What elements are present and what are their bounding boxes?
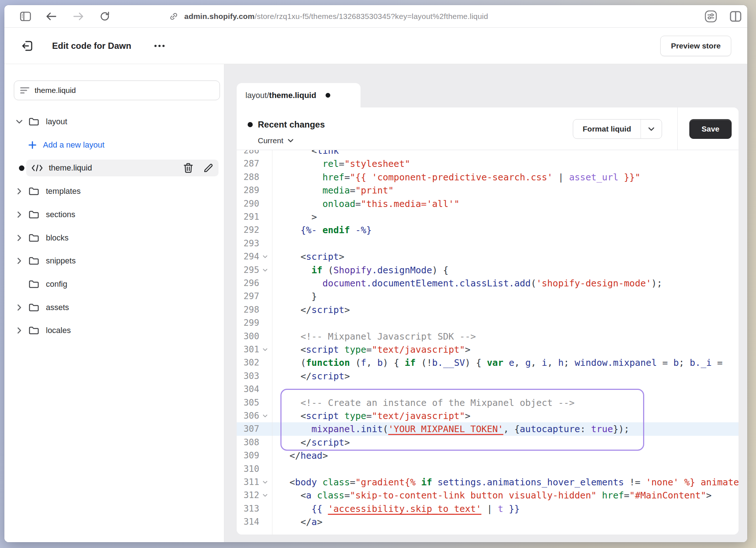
browser-toolbar: admin.shopify.com/store/rzq1xu-f5/themes… <box>4 5 747 28</box>
line-number: 291 <box>237 210 259 224</box>
sidebar-item-templates[interactable]: templates <box>4 183 224 200</box>
code-line-311[interactable]: <body class="gradient{% if settings.anim… <box>279 475 739 489</box>
version-dropdown-value: Current <box>258 136 283 145</box>
code-line-291[interactable]: > <box>279 210 317 224</box>
line-number: 309 <box>237 449 259 462</box>
code-line-305[interactable]: <!-- Create an instance of the Mixpanel … <box>279 396 575 410</box>
chevron-right-icon[interactable] <box>14 211 25 218</box>
code-line-294[interactable]: <script> <box>279 250 344 263</box>
fold-chevron-icon[interactable] <box>261 409 269 423</box>
fold-chevron-icon[interactable] <box>261 263 269 277</box>
code-line-300[interactable]: <!-- Mixpanel Javascript SDK --> <box>279 330 476 343</box>
sidebar-item-layout[interactable]: layout <box>4 113 224 130</box>
plus-icon <box>28 141 36 149</box>
line-number: 294 <box>237 250 259 263</box>
code-line-301[interactable]: <script type="text/javascript"> <box>279 343 470 356</box>
back-button[interactable] <box>44 9 58 24</box>
chevron-right-icon[interactable] <box>14 235 25 241</box>
code-line-303[interactable]: </script> <box>279 369 350 383</box>
chevron-right-icon[interactable] <box>14 258 25 264</box>
version-dropdown[interactable]: Current <box>258 136 294 145</box>
code-line-288[interactable]: href="{{ 'component-predictive-search.cs… <box>279 171 640 184</box>
code-line-296[interactable]: document.documentElement.classList.add('… <box>279 277 662 290</box>
line-number: 299 <box>237 316 259 330</box>
code-file-icon <box>31 164 43 172</box>
fold-chevron-icon[interactable] <box>261 489 269 502</box>
exit-icon[interactable] <box>19 38 36 54</box>
link-icon <box>169 12 178 21</box>
code-line-287[interactable]: rel="stylesheet" <box>279 157 410 171</box>
recent-changes-label: Recent changes <box>258 120 325 130</box>
chevron-right-icon <box>17 188 21 195</box>
chevron-down-icon[interactable] <box>14 120 25 124</box>
sidebar-toggle-icon[interactable] <box>18 9 33 24</box>
sidebar-item-label: locales <box>46 326 71 335</box>
search-input[interactable] <box>35 86 214 95</box>
folder-icon <box>28 187 39 196</box>
gutter-separator <box>272 150 272 535</box>
code-area[interactable]: 286 <link287 rel="stylesheet"288 href="{… <box>237 150 739 535</box>
sidebar-action-label: Add a new layout <box>43 140 105 150</box>
save-button[interactable]: Save <box>689 119 732 139</box>
plus-icon <box>28 141 36 149</box>
format-liquid-button[interactable]: Format liquid <box>573 119 662 139</box>
file-search[interactable] <box>14 81 220 100</box>
fold-chevron-icon[interactable] <box>261 343 269 356</box>
fold-chevron-icon[interactable] <box>261 250 269 263</box>
fold-chevron-icon[interactable] <box>261 475 269 489</box>
sidebar-item-config[interactable]: config <box>4 276 224 293</box>
line-number: 314 <box>237 515 259 529</box>
chevron-right-icon[interactable] <box>14 304 25 311</box>
code-line-309[interactable]: </head> <box>279 449 328 462</box>
sidebar-item-assets[interactable]: assets <box>4 299 224 316</box>
line-number: 307 <box>237 422 259 436</box>
code-line-313[interactable]: {{ 'accessibility.skip_to_text' | t }} <box>279 502 520 516</box>
fold-chevron-icon <box>263 348 268 351</box>
chevron-right-icon[interactable] <box>14 188 25 195</box>
line-number: 312 <box>237 489 259 502</box>
page-settings-icon[interactable] <box>704 9 718 24</box>
code-file-icon <box>31 164 43 172</box>
chevron-down-icon <box>16 120 23 124</box>
code-line-314[interactable]: </a> <box>279 515 322 529</box>
sidebar-item-theme-liquid[interactable]: theme.liquid <box>4 160 224 176</box>
code-line-297[interactable]: } <box>279 290 317 303</box>
fold-chevron-icon <box>263 494 268 497</box>
code-line-307[interactable]: mixpanel.init('YOUR_MIXPANEL_TOKEN', {au… <box>279 422 629 436</box>
sidebar-add-layout[interactable]: Add a new layout <box>4 137 224 153</box>
folder-icon <box>28 279 39 289</box>
code-line-306[interactable]: <script type="text/javascript"> <box>279 409 470 423</box>
rename-file-button[interactable] <box>203 163 213 173</box>
overflow-menu-icon[interactable] <box>151 40 168 51</box>
editor-panel-header: Recent changes Current Format liquid Sav… <box>237 107 739 150</box>
forward-button[interactable] <box>71 9 86 24</box>
split-view-icon[interactable] <box>728 9 743 24</box>
format-options-caret[interactable] <box>641 120 662 138</box>
format-liquid-label[interactable]: Format liquid <box>573 120 641 138</box>
sidebar-item-locales[interactable]: locales <box>4 322 224 339</box>
reload-button[interactable] <box>98 9 112 24</box>
chevron-right-icon <box>17 304 21 311</box>
code-line-298[interactable]: </script> <box>279 303 350 317</box>
code-line-286[interactable]: <link <box>279 150 339 157</box>
code-line-290[interactable]: onload="this.media='all'" <box>279 197 460 211</box>
code-line-302[interactable]: (function (f, b) { if (!b.__SV) { var e,… <box>279 356 722 369</box>
delete-file-button[interactable] <box>184 163 193 173</box>
code-line-295[interactable]: if (Shopify.designMode) { <box>279 263 449 277</box>
preview-store-button[interactable]: Preview store <box>660 36 731 56</box>
code-line-292[interactable]: {%- endif -%} <box>279 223 372 237</box>
sidebar-item-sections[interactable]: sections <box>4 206 224 223</box>
code-line-312[interactable]: <a class="skip-to-content-link button vi… <box>279 489 712 502</box>
code-line-308[interactable]: </script> <box>279 436 350 449</box>
sidebar-item-label: blocks <box>46 233 68 243</box>
tab-file-label: theme.liquid <box>269 91 316 100</box>
fold-chevron-icon <box>263 481 268 484</box>
tab-theme-liquid[interactable]: layout/theme.liquid <box>237 83 361 107</box>
chevron-right-icon <box>17 235 21 241</box>
sidebar-item-blocks[interactable]: blocks <box>4 230 224 246</box>
sidebar-item-label: snippets <box>46 256 76 266</box>
url-field[interactable]: admin.shopify.com/store/rzq1xu-f5/themes… <box>184 12 488 21</box>
chevron-right-icon[interactable] <box>14 327 25 334</box>
sidebar-item-snippets[interactable]: snippets <box>4 253 224 269</box>
code-line-289[interactable]: media="print" <box>279 184 394 197</box>
